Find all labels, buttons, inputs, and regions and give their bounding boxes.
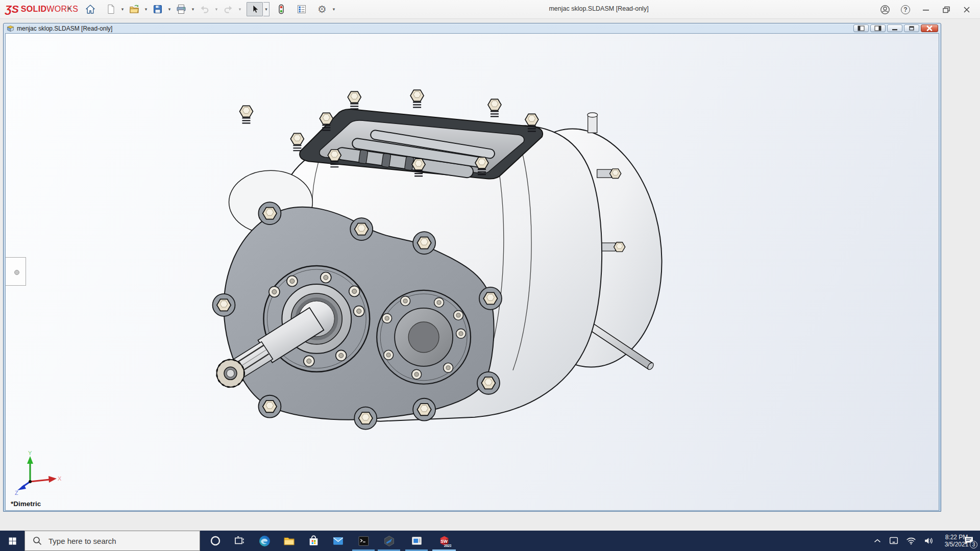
file-properties-button[interactable] xyxy=(293,2,310,16)
select-cursor-icon xyxy=(249,4,260,15)
save-button[interactable] xyxy=(150,2,166,16)
taskbar-file-explorer[interactable] xyxy=(277,531,301,551)
tablet-mode-icon xyxy=(888,535,899,546)
document-window-controls xyxy=(853,24,938,32)
undo-button[interactable] xyxy=(197,2,213,16)
open-folder-icon xyxy=(129,4,140,15)
svg-text:2021: 2021 xyxy=(444,544,451,547)
options-caret[interactable]: ▾ xyxy=(331,7,337,12)
search-icon xyxy=(32,536,42,546)
help-icon: ? xyxy=(901,5,910,14)
edge-icon xyxy=(258,535,271,547)
triad-x-label: X xyxy=(58,475,62,482)
redo-button[interactable] xyxy=(220,2,236,16)
taskbar-store[interactable] xyxy=(301,531,326,551)
wifi-icon xyxy=(905,535,917,546)
taskbar-hexagon-app[interactable] xyxy=(377,531,401,551)
doc-minimize-button[interactable] xyxy=(887,24,902,32)
undo-icon xyxy=(199,4,210,15)
close-icon xyxy=(962,5,971,14)
taskbar-edge[interactable] xyxy=(252,531,277,551)
select-tool-caret[interactable]: ▾ xyxy=(263,2,270,16)
rebuild-stoplight-icon xyxy=(276,4,287,15)
doc-close-button[interactable] xyxy=(921,24,938,32)
taskbar-search[interactable] xyxy=(24,531,200,551)
home-icon xyxy=(85,4,96,15)
toggle-left-pane-button[interactable] xyxy=(853,24,869,32)
doc-close-icon xyxy=(924,26,935,31)
solidworks-logo: ƷS SOLIDWORKS xyxy=(5,3,78,15)
new-document-caret[interactable]: ▾ xyxy=(119,7,126,12)
view-orientation-label: *Dimetric xyxy=(11,500,41,508)
restore-button[interactable] xyxy=(940,4,952,16)
open-caret[interactable]: ▾ xyxy=(143,7,149,12)
file-explorer-icon xyxy=(283,535,296,547)
new-document-button[interactable] xyxy=(103,2,119,16)
close-button[interactable] xyxy=(961,4,973,16)
volume-button[interactable] xyxy=(921,531,936,551)
taskbar-mail[interactable] xyxy=(326,531,350,551)
gear-icon: ⚙ xyxy=(317,4,327,14)
doc-restore-icon xyxy=(907,26,916,31)
toggle-right-pane-button[interactable] xyxy=(870,24,886,32)
svg-text:SW: SW xyxy=(440,539,448,544)
window-app-icon xyxy=(410,535,423,547)
home-button[interactable] xyxy=(82,2,99,16)
top-cover[interactable] xyxy=(239,90,543,179)
print-button[interactable] xyxy=(173,2,189,16)
taskbar-command-prompt[interactable] xyxy=(351,531,376,551)
assembly-file-icon xyxy=(7,25,14,32)
hexagon-app-icon xyxy=(383,535,396,547)
options-button[interactable]: ⚙ xyxy=(314,2,330,16)
document-titlebar[interactable]: menjac sklop.SLDASM [Read-only] xyxy=(5,23,939,33)
minimize-icon xyxy=(921,5,930,14)
taskbar-solidworks[interactable]: SW 2021 xyxy=(432,531,456,551)
doc-restore-button[interactable] xyxy=(904,24,919,32)
featuremanager-collapsed-tab[interactable] xyxy=(6,257,26,286)
task-view-icon xyxy=(233,535,244,546)
mail-icon xyxy=(332,535,345,547)
orientation-triad: Y X Z xyxy=(14,450,63,495)
help-button[interactable]: ? xyxy=(899,4,912,16)
select-tool-button[interactable] xyxy=(247,2,263,16)
start-button[interactable] xyxy=(0,531,24,551)
window-title: menjac sklop.SLDASM [Read-only] xyxy=(549,5,648,12)
gearbox-3d-model[interactable] xyxy=(6,34,939,510)
quick-access-toolbar: ▾ ▾ ▾ ▾ ▾ ▾ ▾ xyxy=(82,2,337,17)
print-caret[interactable]: ▾ xyxy=(190,7,196,12)
solidworks-app-window: ƷS SOLIDWORKS ▸ ▾ ▾ ▾ ▾ xyxy=(0,0,980,551)
rebuild-button[interactable] xyxy=(273,2,289,16)
cortana-icon xyxy=(210,535,221,546)
minimize-button[interactable] xyxy=(920,4,932,16)
command-prompt-icon xyxy=(357,535,370,547)
search-input[interactable] xyxy=(47,536,177,546)
graphics-viewport[interactable]: Y X Z *Dimetric xyxy=(5,33,939,511)
toolbar-flyout-arrow-icon[interactable]: ▸ xyxy=(68,4,71,12)
save-caret[interactable]: ▾ xyxy=(166,7,173,12)
solidworks-2021-icon: SW 2021 xyxy=(437,534,451,548)
open-button[interactable] xyxy=(126,2,142,16)
undo-caret[interactable]: ▾ xyxy=(213,7,219,12)
redo-icon xyxy=(223,4,234,15)
action-center-button[interactable]: 3 xyxy=(959,531,979,551)
restore-icon xyxy=(942,5,951,14)
dassault-logo-icon: ƷS xyxy=(5,3,19,15)
account-icon xyxy=(879,4,891,15)
rear-bolt[interactable] xyxy=(597,169,621,179)
microsoft-store-icon xyxy=(307,535,320,547)
account-button[interactable] xyxy=(879,4,891,16)
tablet-mode-button[interactable] xyxy=(886,531,901,551)
taskbar-frame-app[interactable] xyxy=(404,531,429,551)
print-icon xyxy=(176,4,187,15)
right-pane-icon xyxy=(873,26,883,31)
app-titlebar: ƷS SOLIDWORKS ▸ ▾ ▾ ▾ ▾ xyxy=(0,0,980,19)
windows-taskbar: SW 2021 8:22 PM 3/5/2021 3 xyxy=(0,531,980,551)
cortana-button[interactable] xyxy=(204,531,227,551)
tray-overflow-button[interactable] xyxy=(870,531,885,551)
new-document-icon xyxy=(105,4,116,15)
task-view-button[interactable] xyxy=(228,531,250,551)
wifi-button[interactable] xyxy=(903,531,919,551)
rear-bolt[interactable] xyxy=(601,242,625,252)
titlebar-controls: ? xyxy=(879,4,973,16)
redo-caret[interactable]: ▾ xyxy=(237,7,243,12)
